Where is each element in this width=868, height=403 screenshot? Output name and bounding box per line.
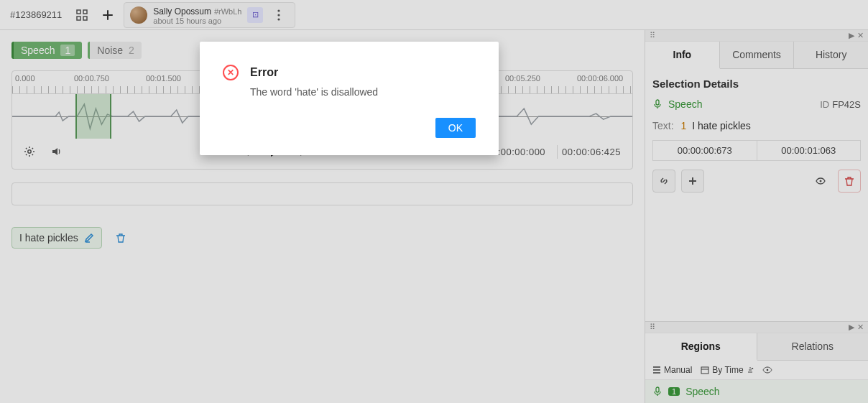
modal-title: Error <box>250 66 278 79</box>
modal-message: The word 'hate' is disallowed <box>250 86 476 98</box>
error-modal: ✕ Error The word 'hate' is disallowed OK <box>200 42 499 155</box>
ok-button[interactable]: OK <box>435 118 476 138</box>
error-icon: ✕ <box>223 65 239 80</box>
